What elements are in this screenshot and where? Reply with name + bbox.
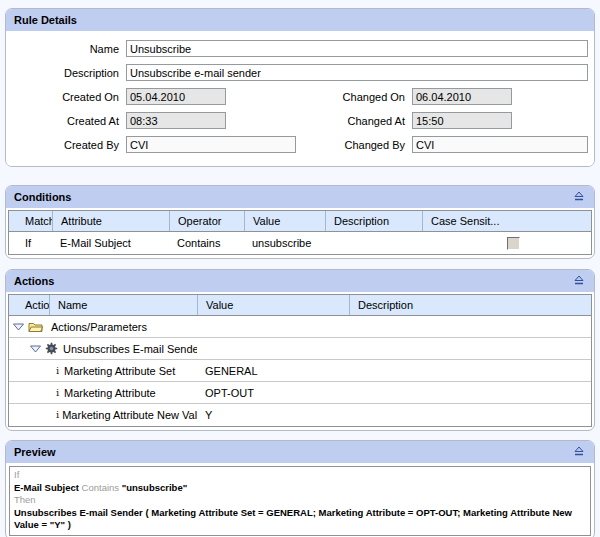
column-header-description: Description (325, 211, 422, 231)
column-header-value: Value (197, 295, 349, 315)
changed-on-field (412, 88, 512, 105)
column-header-match: Match (9, 211, 52, 231)
parameter-name: Marketing Attribute Set (64, 365, 175, 377)
folder-icon (28, 321, 43, 333)
action-tree-row[interactable]: Unsubscribes E-mail Sender (9, 338, 591, 360)
preview-panel: Preview If E-Mail Subject Contains "unsu… (5, 440, 595, 537)
column-header-actions: Actions (9, 295, 49, 315)
created-on-field (126, 88, 226, 105)
changed-by-field (412, 136, 588, 153)
preview-rule-text: If E-Mail Subject Contains "unsubscribe"… (9, 466, 591, 536)
column-header-operator: Operator (169, 211, 244, 231)
conditions-table: Match Attribute Operator Value Descripti… (8, 210, 592, 255)
condition-operator: Contains (169, 237, 244, 249)
action-parameter-row[interactable]: i Marketing Attribute OPT-OUT (9, 382, 591, 404)
created-on-label: Created On (12, 91, 119, 103)
preview-condition-operator: Contains (82, 482, 120, 493)
condition-attribute: E-Mail Subject (52, 237, 169, 249)
preview-collapse-button[interactable] (572, 446, 586, 459)
description-label: Description (12, 67, 119, 79)
rule-details-form: Name Description Created On Changed On C… (6, 31, 594, 166)
gear-icon (45, 342, 58, 355)
conditions-column-header-row: Match Attribute Operator Value Descripti… (9, 211, 591, 232)
parameter-name: Marketing Attribute New Val... (62, 409, 197, 421)
description-field[interactable] (126, 64, 588, 81)
parameter-name: Marketing Attribute (64, 387, 156, 399)
collapse-node-arrow-icon[interactable] (13, 323, 24, 331)
action-node-label: Unsubscribes E-mail Sender (63, 343, 197, 355)
action-parameter-row[interactable]: i Marketing Attribute New Val... Y (9, 404, 591, 426)
eject-collapse-icon (573, 445, 585, 459)
eject-collapse-icon (573, 190, 585, 204)
name-label: Name (12, 43, 119, 55)
column-header-name: Name (49, 295, 197, 315)
preview-header: Preview (6, 441, 594, 463)
changed-on-label: Changed On (233, 91, 405, 103)
parameter-i-icon: i (56, 366, 61, 376)
actions-collapse-button[interactable] (572, 275, 586, 288)
action-tree-row[interactable]: Actions/Parameters (9, 316, 591, 338)
changed-at-label: Changed At (233, 115, 405, 127)
column-header-attribute: Attribute (52, 211, 169, 231)
created-by-field (126, 136, 296, 153)
rule-details-title: Rule Details (14, 14, 77, 26)
name-field[interactable] (126, 40, 588, 57)
actions-table: Actions Name Value Description Actions/P… (8, 294, 592, 427)
changed-by-label: Changed By (303, 139, 405, 151)
conditions-title: Conditions (14, 191, 71, 203)
parameter-i-icon: i (56, 410, 59, 420)
preview-condition-attribute: E-Mail Subject (14, 482, 79, 493)
parameter-i-icon: i (56, 388, 61, 398)
action-node-label: Actions/Parameters (51, 321, 147, 333)
column-header-value: Value (244, 211, 325, 231)
preview-if-keyword: If (14, 469, 19, 480)
actions-column-header-row: Actions Name Value Description (9, 295, 591, 316)
column-header-description: Description (349, 295, 591, 315)
created-at-field (126, 112, 226, 129)
conditions-collapse-button[interactable] (572, 191, 586, 204)
created-at-label: Created At (12, 115, 119, 127)
actions-title: Actions (14, 275, 54, 287)
parameter-value: Y (197, 409, 349, 421)
eject-collapse-icon (573, 274, 585, 288)
rule-details-header: Rule Details (6, 9, 594, 31)
changed-at-field (412, 112, 512, 129)
preview-action-text: Unsubscribes E-mail Sender ( Marketing A… (14, 507, 572, 531)
rule-details-panel: Rule Details Name Description Created On… (5, 8, 595, 167)
actions-panel: Actions Actions Name Value Description A… (5, 269, 595, 431)
conditions-panel: Conditions Match Attribute Operator Valu… (5, 185, 595, 259)
condition-match: If (9, 237, 52, 249)
collapse-node-arrow-icon[interactable] (30, 345, 41, 353)
created-by-label: Created By (12, 139, 119, 151)
preview-title: Preview (14, 446, 56, 458)
parameter-value: OPT-OUT (197, 387, 349, 399)
preview-then-keyword: Then (14, 494, 36, 505)
condition-value: unsubscribe (244, 237, 325, 249)
condition-row[interactable]: If E-Mail Subject Contains unsubscribe (9, 232, 591, 254)
case-sensitive-checkbox[interactable] (507, 237, 520, 250)
parameter-value: GENERAL (197, 365, 349, 377)
column-header-case-sensitive: Case Sensit... (422, 211, 591, 231)
actions-header: Actions (6, 270, 594, 292)
preview-condition-value: "unsubscribe" (122, 482, 188, 493)
conditions-header: Conditions (6, 186, 594, 208)
action-parameter-row[interactable]: i Marketing Attribute Set GENERAL (9, 360, 591, 382)
